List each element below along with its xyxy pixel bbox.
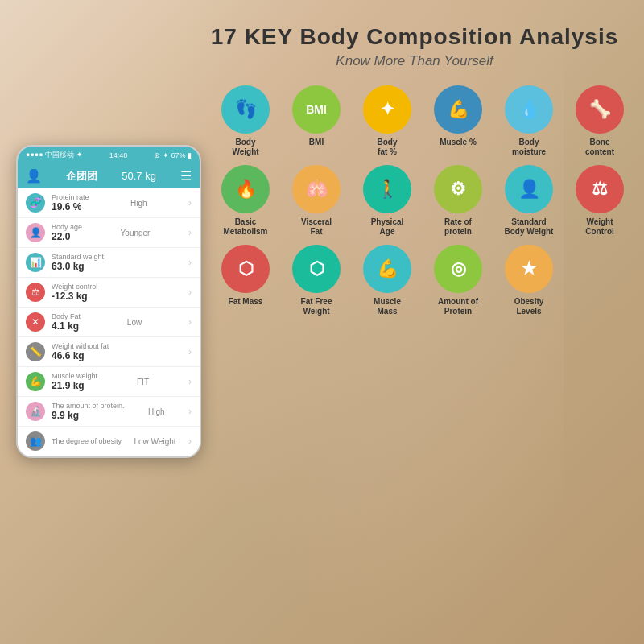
icon-circle-obesity-levels: ★ — [505, 245, 553, 293]
icon-label-basic-metabolism: Basic Metabolism — [223, 217, 267, 237]
phone-row-left: 👤 Body age 22.0 — [26, 223, 82, 242]
phone-user-icon: 👤 — [26, 168, 42, 184]
phone-row-label: Weight control — [52, 283, 97, 291]
phone-list-item[interactable]: ✕ Body Fat 4.1 kg Low › — [18, 308, 200, 337]
phone-row-status: Low — [127, 318, 142, 327]
icon-item-fat-mass[interactable]: ⬡Fat Mass — [213, 245, 278, 316]
icon-item-body-moisture[interactable]: 💧Body moisture — [497, 85, 561, 157]
chevron-right-icon: › — [188, 257, 192, 268]
icon-label-body-fat: Body fat % — [378, 138, 398, 157]
phone-list-item[interactable]: 🧬 Protein rate 19.6 % High › — [18, 188, 200, 218]
icon-label-body-weight: Body Weight — [232, 138, 258, 157]
phone-list-item[interactable]: 💪 Muscle weight 21.9 kg FIT › — [18, 367, 200, 397]
phone-body: 🧬 Protein rate 19.6 % High › 👤 Body age … — [18, 188, 200, 456]
phone-row-icon: 🧬 — [26, 193, 45, 213]
icon-label-obesity-levels: Obesity Levels — [514, 297, 544, 316]
phone-carrier: ●●●● 中国移动 ✦ — [26, 150, 83, 160]
phone-row-label: Muscle weight — [52, 372, 97, 380]
chevron-right-icon: › — [188, 197, 192, 208]
phone-row-text: The degree of obesity — [52, 437, 122, 445]
phone-row-icon: 👥 — [26, 431, 45, 451]
icon-item-fat-free-weight[interactable]: ⬡Fat Free Weight — [284, 245, 349, 316]
phone-row-icon: ⚖ — [26, 283, 45, 302]
phone-row-value: -12.3 kg — [52, 291, 97, 302]
icon-circle-standard-body: 👤 — [505, 165, 553, 213]
phone-header: 👤 企团团 50.7 kg ☰ — [18, 163, 200, 188]
icon-item-body-weight[interactable]: 👣Body Weight — [213, 85, 278, 157]
phone-row-left: 👥 The degree of obesity — [26, 431, 122, 451]
icon-item-obesity-levels[interactable]: ★Obesity Levels — [497, 245, 561, 316]
icon-circle-basic-metabolism: 🔥 — [221, 165, 270, 213]
phone-mockup: ●●●● 中国移动 ✦ 14:48 ⊛ ✦ 67% ▮ 👤 企团团 50.7 k… — [16, 145, 201, 458]
phone-row-value: 9.9 kg — [52, 410, 125, 421]
phone-row-icon: 👤 — [26, 223, 45, 242]
phone-row-label: Body Fat — [52, 312, 80, 320]
phone-row-label: Weight without fat — [52, 342, 109, 350]
icon-item-muscle-pct[interactable]: 💪Muscle % — [426, 85, 490, 157]
phone-row-text: Protein rate 19.6 % — [52, 193, 89, 213]
phone-list-item[interactable]: 📏 Weight without fat 46.6 kg › — [18, 337, 200, 367]
phone-battery: ⊛ ✦ 67% ▮ — [154, 151, 192, 159]
phone-row-left: 📏 Weight without fat 46.6 kg — [26, 342, 109, 361]
icon-circle-body-moisture: 💧 — [505, 85, 553, 134]
phone-row-left: 🧬 Protein rate 19.6 % — [26, 193, 89, 213]
icon-label-visceral-fat: Visceral Fat — [301, 217, 332, 237]
icon-item-physical-age[interactable]: 🚶Physical Age — [355, 165, 419, 237]
icon-circle-body-fat: ✦ — [363, 85, 411, 134]
icon-item-muscle-mass[interactable]: 💪Muscle Mass — [355, 245, 419, 316]
phone-list-item[interactable]: 👥 The degree of obesity Low Weight › — [18, 427, 200, 456]
phone-row-icon: 🔬 — [26, 402, 45, 421]
icon-item-bmi[interactable]: BMIBMI — [284, 85, 349, 157]
phone-row-label: Protein rate — [52, 193, 89, 201]
icon-circle-muscle-pct: 💪 — [434, 85, 482, 134]
phone-row-text: The amount of protein. 9.9 kg — [52, 402, 125, 421]
icons-grid: 👣Body WeightBMIBMI✦Body fat %💪Muscle %💧B… — [213, 85, 644, 316]
icon-label-standard-body: Standard Body Weight — [505, 217, 554, 237]
chevron-right-icon: › — [188, 436, 192, 447]
phone-row-status: High — [148, 407, 165, 416]
phone-row-value: 22.0 — [52, 231, 82, 242]
phone-row-text: Standard weight 63.0 kg — [52, 253, 104, 272]
phone-row-label: Standard weight — [52, 253, 104, 261]
icon-label-physical-age: Physical Age — [371, 217, 404, 237]
phone-row-text: Weight control -12.3 kg — [52, 283, 97, 302]
icon-label-bone-content: Bone content — [585, 138, 614, 157]
phone-list-item[interactable]: 📊 Standard weight 63.0 kg › — [18, 248, 200, 278]
phone-row-value: 63.0 kg — [52, 261, 104, 272]
icon-circle-muscle-mass: 💪 — [363, 245, 411, 293]
phone-list-item[interactable]: ⚖ Weight control -12.3 kg › — [18, 278, 200, 308]
icon-label-muscle-pct: Muscle % — [440, 138, 477, 147]
phone-row-text: Weight without fat 46.6 kg — [52, 342, 109, 361]
icon-circle-visceral-fat: 🫁 — [292, 165, 341, 213]
icon-item-visceral-fat[interactable]: 🫁Visceral Fat — [284, 165, 349, 237]
phone-list-item[interactable]: 🔬 The amount of protein. 9.9 kg High › — [18, 397, 200, 427]
phone-row-left: ✕ Body Fat 4.1 kg — [26, 312, 80, 332]
phone-row-status: High — [130, 199, 147, 208]
chevron-right-icon: › — [188, 376, 192, 387]
main-content: 17 KEY Body Composition Analysis Know Mo… — [0, 0, 644, 644]
phone-row-text: Body Fat 4.1 kg — [52, 312, 80, 332]
icon-item-body-fat[interactable]: ✦Body fat % — [355, 85, 419, 157]
phone-row-text: Body age 22.0 — [52, 223, 82, 242]
chevron-right-icon: › — [188, 227, 192, 238]
phone-list-item[interactable]: 👤 Body age 22.0 Younger › — [18, 218, 200, 248]
icon-label-fat-mass: Fat Mass — [229, 297, 263, 307]
phone-row-text: Muscle weight 21.9 kg — [52, 372, 97, 391]
icon-item-amount-protein[interactable]: ◎Amount of Protein — [426, 245, 490, 316]
phone-row-left: 💪 Muscle weight 21.9 kg — [26, 372, 97, 391]
icon-item-rate-protein[interactable]: ⚙Rate of protein — [426, 165, 490, 237]
phone-row-value: 21.9 kg — [52, 380, 97, 391]
icon-label-muscle-mass: Muscle Mass — [374, 297, 401, 316]
icon-item-weight-control[interactable]: ⚖Weight Control — [568, 165, 632, 237]
phone-row-value: 46.6 kg — [52, 350, 109, 361]
phone-menu-icon[interactable]: ☰ — [180, 168, 192, 184]
phone-row-left: 🔬 The amount of protein. 9.9 kg — [26, 402, 125, 421]
phone-row-value: 19.6 % — [52, 201, 89, 213]
icon-item-standard-body[interactable]: 👤Standard Body Weight — [497, 165, 561, 237]
phone-row-label: The amount of protein. — [52, 402, 125, 410]
phone-weight: 50.7 kg — [122, 170, 156, 182]
chevron-right-icon: › — [188, 316, 192, 328]
icon-item-basic-metabolism[interactable]: 🔥Basic Metabolism — [213, 165, 278, 237]
icon-item-bone-content[interactable]: 🦴Bone content — [568, 85, 632, 157]
icon-label-rate-protein: Rate of protein — [444, 217, 472, 237]
